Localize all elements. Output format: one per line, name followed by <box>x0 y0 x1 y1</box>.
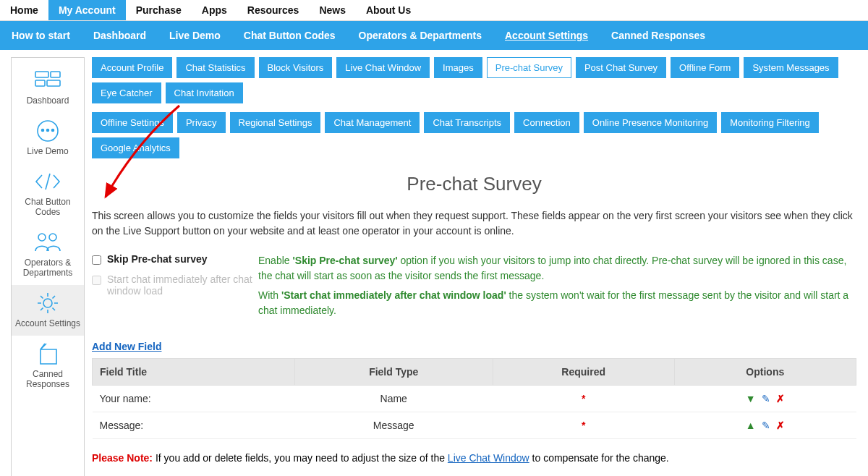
table-row: Your name:Name*▼✎✗ <box>93 386 856 412</box>
subnav-canned-responses[interactable]: Canned Responses <box>600 21 717 50</box>
sidebar-item-operators-departments[interactable]: Operators & Departments <box>12 224 84 285</box>
tab-system-messages[interactable]: System Messages <box>744 57 838 78</box>
field-title: Your name: <box>93 386 295 412</box>
tab-offline-form[interactable]: Offline Form <box>671 57 739 78</box>
sidebar: DashboardLive DemoChat Button CodesOpera… <box>11 57 85 476</box>
delete-icon[interactable]: ✗ <box>776 420 785 431</box>
tab-chat-management[interactable]: Chat Management <box>325 112 420 133</box>
topnav-my-account[interactable]: My Account <box>48 0 126 20</box>
sidebar-item-label: Dashboard <box>14 95 81 106</box>
sidebar-item-account-settings[interactable]: Account Settings <box>12 285 84 336</box>
svg-point-5 <box>42 129 44 132</box>
start-immediate-checkbox <box>92 276 101 285</box>
field-title: Message: <box>93 412 295 439</box>
move-down-icon[interactable]: ▼ <box>746 393 756 404</box>
skip-option-row: Skip Pre-chat survey <box>92 253 258 265</box>
tab-connection[interactable]: Connection <box>514 112 579 133</box>
live-chat-window-link[interactable]: Live Chat Window <box>448 452 529 464</box>
tab-chat-invitation[interactable]: Chat Invitation <box>166 82 243 103</box>
settings-tabs: Account ProfileChat StatisticsBlock Visi… <box>92 57 856 163</box>
skip-prechat-label: Skip Pre-chat survey <box>107 253 208 265</box>
topnav-resources[interactable]: Resources <box>237 0 310 20</box>
tab-offline-settings[interactable]: Offline Settings <box>92 112 173 133</box>
topnav-apps[interactable]: Apps <box>192 0 237 20</box>
svg-rect-1 <box>51 72 60 77</box>
topnav-purchase[interactable]: Purchase <box>126 0 192 20</box>
tab-live-chat-window[interactable]: Live Chat Window <box>336 57 430 78</box>
svg-point-10 <box>43 299 52 307</box>
field-options: ▲✎✗ <box>674 412 856 439</box>
operators-departments-icon <box>14 230 81 255</box>
field-type: Message <box>294 412 493 439</box>
page-title: Pre-chat Survey <box>92 173 856 195</box>
fields-table: Field TitleField TypeRequiredOptions You… <box>92 358 856 439</box>
tab-eye-catcher[interactable]: Eye Catcher <box>92 82 161 103</box>
field-type: Name <box>294 386 493 412</box>
note-pre: If you add or delete fields, you may nee… <box>153 452 448 464</box>
desc2-pre: With <box>258 289 281 301</box>
tab-regional-settings[interactable]: Regional Settings <box>230 112 321 133</box>
field-options: ▼✎✗ <box>674 386 856 412</box>
immediate-option-row: Start chat immediately after chat window… <box>92 273 258 297</box>
edit-icon[interactable]: ✎ <box>762 393 770 404</box>
svg-point-9 <box>49 234 56 241</box>
subnav-account-settings[interactable]: Account Settings <box>493 21 600 50</box>
col-options: Options <box>674 359 856 386</box>
tab-privacy[interactable]: Privacy <box>177 112 226 133</box>
options-description: Enable 'Skip Pre-chat survey' option if … <box>258 253 856 323</box>
desc1-pre: Enable <box>258 255 292 266</box>
col-required: Required <box>493 359 674 386</box>
tab-pre-chat-survey[interactable]: Pre-chat Survey <box>487 57 571 78</box>
tab-chat-statistics[interactable]: Chat Statistics <box>176 57 254 78</box>
field-required: * <box>493 386 674 412</box>
please-note: Please Note: If you add or delete fields… <box>92 452 856 464</box>
tab-block-visitors[interactable]: Block Visitors <box>259 57 333 78</box>
subnav-chat-button-codes[interactable]: Chat Button Codes <box>232 21 347 50</box>
subnav-how-to-start[interactable]: How to start <box>0 21 82 50</box>
options-block: Skip Pre-chat survey Start chat immediat… <box>92 253 856 323</box>
tab-monitoring-filtering[interactable]: Monitoring Filtering <box>721 112 819 133</box>
main-content: Account ProfileChat StatisticsBlock Visi… <box>85 57 868 476</box>
svg-rect-2 <box>35 80 45 86</box>
sidebar-item-label: Account Settings <box>14 318 81 328</box>
edit-icon[interactable]: ✎ <box>762 420 770 431</box>
account-settings-icon <box>14 291 81 315</box>
start-immediate-label: Start chat immediately after chat window… <box>107 273 258 297</box>
topnav-news[interactable]: News <box>309 0 356 20</box>
dashboard-icon <box>14 68 81 93</box>
topnav-about-us[interactable]: About Us <box>356 0 421 20</box>
sidebar-item-chat-button-codes[interactable]: Chat Button Codes <box>12 163 84 224</box>
sidebar-item-dashboard[interactable]: Dashboard <box>12 62 84 113</box>
sidebar-item-label: Live Demo <box>14 146 81 156</box>
sidebar-item-live-demo[interactable]: Live Demo <box>12 113 84 163</box>
sidebar-item-label: Canned Responses <box>14 369 81 389</box>
tab-images[interactable]: Images <box>434 57 482 78</box>
canned-responses-icon <box>14 341 81 366</box>
svg-rect-0 <box>35 72 48 77</box>
delete-icon[interactable]: ✗ <box>776 393 785 404</box>
subnav-dashboard[interactable]: Dashboard <box>82 21 158 50</box>
topnav-home[interactable]: Home <box>0 0 48 20</box>
note-label: Please Note: <box>92 452 153 464</box>
table-row: Message:Message*▲✎✗ <box>93 412 856 439</box>
tab-google-analytics[interactable]: Google Analytics <box>92 137 179 158</box>
subnav-live-demo[interactable]: Live Demo <box>158 21 232 50</box>
tab-online-presence-monitoring[interactable]: Online Presence Monitoring <box>584 112 717 133</box>
sub-nav: How to startDashboardLive DemoChat Butto… <box>0 21 868 50</box>
tab-account-profile[interactable]: Account Profile <box>92 57 172 78</box>
skip-prechat-checkbox[interactable] <box>92 255 101 265</box>
tab-chat-transcripts[interactable]: Chat Transcripts <box>424 112 510 133</box>
svg-point-7 <box>52 129 54 132</box>
move-up-icon[interactable]: ▲ <box>746 420 756 431</box>
field-required: * <box>493 412 674 439</box>
svg-point-8 <box>38 234 46 241</box>
note-post: to compensate for the change. <box>529 452 669 464</box>
sidebar-item-label: Operators & Departments <box>14 258 81 278</box>
sidebar-item-canned-responses[interactable]: Canned Responses <box>12 336 84 396</box>
sidebar-item-label: Chat Button Codes <box>14 197 81 217</box>
add-new-field-link[interactable]: Add New Field <box>92 341 161 352</box>
tab-post-chat-survey[interactable]: Post Chat Survey <box>576 57 666 78</box>
intro-text: This screen allows you to customize the … <box>92 208 856 239</box>
live-demo-icon <box>14 119 81 143</box>
subnav-operators-departments[interactable]: Operators & Departments <box>347 21 493 50</box>
